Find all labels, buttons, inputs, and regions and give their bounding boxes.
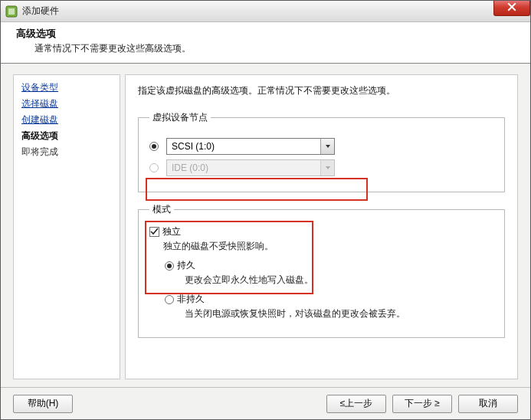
wizard-header: 高级选项 通常情况下不需要更改这些高级选项。 [1, 22, 530, 64]
svg-rect-1 [8, 8, 15, 15]
next-button[interactable]: 下一步 ≥ [392, 395, 452, 413]
dialog-window: 添加硬件 高级选项 通常情况下不需要更改这些高级选项。 设备类型 选择磁盘 创建… [0, 0, 531, 420]
close-icon [507, 2, 516, 14]
nonpersistent-label: 非持久 [177, 293, 205, 306]
scsi-combo[interactable]: SCSI (1:0) [166, 138, 335, 155]
ide-combo: IDE (0:0) [166, 159, 335, 176]
persistent-row: 持久 [165, 259, 493, 272]
wizard-sidebar: 设备类型 选择磁盘 创建磁盘 高级选项 即将完成 [13, 74, 120, 379]
nonpersistent-desc: 当关闭电源或恢复快照时，对该磁盘的更改会被丢弃。 [185, 307, 493, 320]
persistent-radio[interactable] [165, 261, 174, 271]
mode-legend: 模式 [149, 203, 174, 216]
highlight-scsi [146, 178, 368, 201]
virtual-device-node-legend: 虚拟设备节点 [149, 111, 211, 124]
virtual-device-node-group: 虚拟设备节点 SCSI (1:0) IDE (0:0) [138, 111, 505, 192]
scsi-combo-value: SCSI (1:0) [167, 141, 320, 152]
scsi-row: SCSI (1:0) [149, 138, 493, 155]
persistent-label: 持久 [177, 259, 195, 272]
wizard-footer: 帮助(H) ≤上一步 下一步 ≥ 取消 [1, 387, 530, 419]
independent-desc: 独立的磁盘不受快照影响。 [163, 240, 493, 253]
independent-checkbox[interactable] [149, 227, 159, 237]
instruction-text: 指定该虚拟磁盘的高级选项。正常情况下不需要更改这些选项。 [138, 84, 505, 97]
ide-row: IDE (0:0) [149, 159, 493, 176]
ide-combo-button [320, 160, 334, 176]
chevron-down-icon [325, 162, 331, 173]
wizard-header-title: 高级选项 [16, 27, 518, 41]
sidebar-item-ready: 即将完成 [21, 146, 112, 159]
nonpersistent-row: 非持久 [165, 293, 493, 306]
cancel-button[interactable]: 取消 [458, 395, 518, 413]
app-icon [5, 5, 18, 18]
ide-combo-value: IDE (0:0) [167, 162, 320, 173]
nonpersistent-radio[interactable] [165, 295, 174, 304]
close-button[interactable] [493, 1, 530, 16]
independent-label: 独立 [162, 225, 181, 238]
sidebar-item-advanced: 高级选项 [21, 130, 112, 143]
wizard-header-subtitle: 通常情况下不需要更改这些高级选项。 [34, 42, 518, 55]
mode-group: 模式 独立 独立的磁盘不受快照影响。 持久 更改会立即永久性地写入磁盘。 [138, 203, 505, 338]
independent-row: 独立 [149, 225, 493, 238]
footer-right-group: ≤上一步 下一步 ≥ 取消 [326, 395, 518, 413]
back-button[interactable]: ≤上一步 [326, 395, 386, 413]
chevron-down-icon [325, 141, 331, 152]
window-title: 添加硬件 [22, 5, 59, 18]
scsi-combo-button[interactable] [320, 139, 334, 154]
sidebar-item-create-disk[interactable]: 创建磁盘 [21, 113, 112, 126]
help-button[interactable]: 帮助(H) [13, 395, 73, 413]
sidebar-item-device-type[interactable]: 设备类型 [21, 81, 112, 94]
titlebar: 添加硬件 [1, 1, 530, 22]
wizard-body: 设备类型 选择磁盘 创建磁盘 高级选项 即将完成 指定该虚拟磁盘的高级选项。正常… [1, 64, 530, 387]
ide-radio [149, 163, 159, 172]
persistent-desc: 更改会立即永久性地写入磁盘。 [185, 274, 493, 287]
sidebar-item-select-disk[interactable]: 选择磁盘 [21, 97, 112, 110]
scsi-radio[interactable] [149, 142, 159, 151]
wizard-main: 指定该虚拟磁盘的高级选项。正常情况下不需要更改这些选项。 虚拟设备节点 SCSI… [125, 74, 518, 379]
